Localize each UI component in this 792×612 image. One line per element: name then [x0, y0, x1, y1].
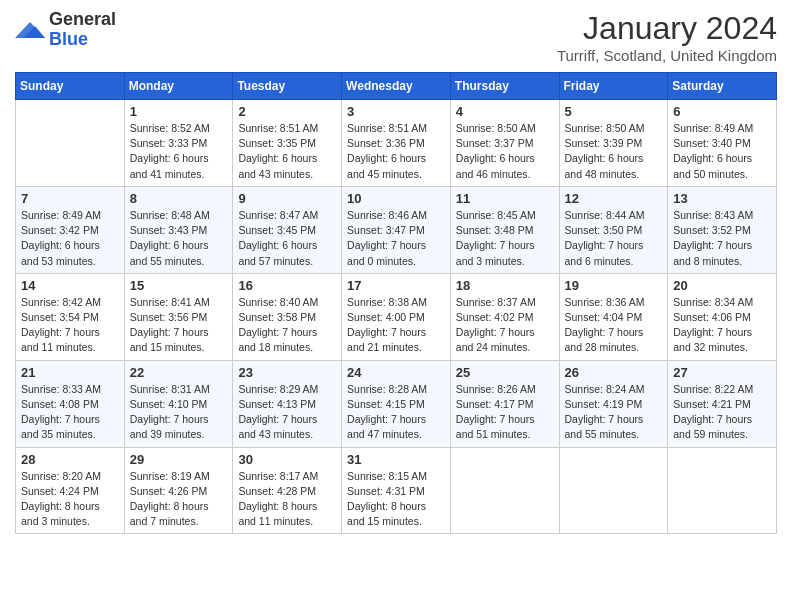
day-number: 29	[130, 452, 228, 467]
day-info: Sunrise: 8:43 AMSunset: 3:52 PMDaylight:…	[673, 208, 771, 269]
day-info: Sunrise: 8:50 AMSunset: 3:37 PMDaylight:…	[456, 121, 554, 182]
calendar-cell: 21Sunrise: 8:33 AMSunset: 4:08 PMDayligh…	[16, 360, 125, 447]
day-info: Sunrise: 8:34 AMSunset: 4:06 PMDaylight:…	[673, 295, 771, 356]
logo-general-text: General	[49, 9, 116, 29]
day-number: 5	[565, 104, 663, 119]
day-info: Sunrise: 8:38 AMSunset: 4:00 PMDaylight:…	[347, 295, 445, 356]
day-number: 21	[21, 365, 119, 380]
calendar-cell: 10Sunrise: 8:46 AMSunset: 3:47 PMDayligh…	[342, 186, 451, 273]
day-number: 26	[565, 365, 663, 380]
day-number: 4	[456, 104, 554, 119]
calendar-cell: 1Sunrise: 8:52 AMSunset: 3:33 PMDaylight…	[124, 100, 233, 187]
calendar-cell: 9Sunrise: 8:47 AMSunset: 3:45 PMDaylight…	[233, 186, 342, 273]
day-number: 10	[347, 191, 445, 206]
calendar-cell: 30Sunrise: 8:17 AMSunset: 4:28 PMDayligh…	[233, 447, 342, 534]
day-number: 9	[238, 191, 336, 206]
day-info: Sunrise: 8:47 AMSunset: 3:45 PMDaylight:…	[238, 208, 336, 269]
day-number: 24	[347, 365, 445, 380]
calendar-cell	[450, 447, 559, 534]
calendar-cell: 11Sunrise: 8:45 AMSunset: 3:48 PMDayligh…	[450, 186, 559, 273]
day-info: Sunrise: 8:31 AMSunset: 4:10 PMDaylight:…	[130, 382, 228, 443]
calendar-cell	[16, 100, 125, 187]
day-number: 19	[565, 278, 663, 293]
calendar-cell: 27Sunrise: 8:22 AMSunset: 4:21 PMDayligh…	[668, 360, 777, 447]
day-info: Sunrise: 8:48 AMSunset: 3:43 PMDaylight:…	[130, 208, 228, 269]
calendar-table: SundayMondayTuesdayWednesdayThursdayFrid…	[15, 72, 777, 534]
page-header: General Blue January 2024 Turriff, Scotl…	[15, 10, 777, 64]
day-info: Sunrise: 8:42 AMSunset: 3:54 PMDaylight:…	[21, 295, 119, 356]
day-info: Sunrise: 8:19 AMSunset: 4:26 PMDaylight:…	[130, 469, 228, 530]
logo: General Blue	[15, 10, 116, 50]
calendar-cell: 5Sunrise: 8:50 AMSunset: 3:39 PMDaylight…	[559, 100, 668, 187]
calendar-cell: 14Sunrise: 8:42 AMSunset: 3:54 PMDayligh…	[16, 273, 125, 360]
calendar-cell: 26Sunrise: 8:24 AMSunset: 4:19 PMDayligh…	[559, 360, 668, 447]
location-subtitle: Turriff, Scotland, United Kingdom	[557, 47, 777, 64]
day-info: Sunrise: 8:24 AMSunset: 4:19 PMDaylight:…	[565, 382, 663, 443]
day-info: Sunrise: 8:15 AMSunset: 4:31 PMDaylight:…	[347, 469, 445, 530]
calendar-cell: 18Sunrise: 8:37 AMSunset: 4:02 PMDayligh…	[450, 273, 559, 360]
calendar-cell: 29Sunrise: 8:19 AMSunset: 4:26 PMDayligh…	[124, 447, 233, 534]
day-number: 15	[130, 278, 228, 293]
calendar-cell: 19Sunrise: 8:36 AMSunset: 4:04 PMDayligh…	[559, 273, 668, 360]
calendar-week-3: 14Sunrise: 8:42 AMSunset: 3:54 PMDayligh…	[16, 273, 777, 360]
day-info: Sunrise: 8:44 AMSunset: 3:50 PMDaylight:…	[565, 208, 663, 269]
calendar-week-4: 21Sunrise: 8:33 AMSunset: 4:08 PMDayligh…	[16, 360, 777, 447]
calendar-week-5: 28Sunrise: 8:20 AMSunset: 4:24 PMDayligh…	[16, 447, 777, 534]
calendar-cell	[668, 447, 777, 534]
day-number: 11	[456, 191, 554, 206]
day-info: Sunrise: 8:45 AMSunset: 3:48 PMDaylight:…	[456, 208, 554, 269]
calendar-cell: 15Sunrise: 8:41 AMSunset: 3:56 PMDayligh…	[124, 273, 233, 360]
weekday-header-friday: Friday	[559, 73, 668, 100]
day-number: 2	[238, 104, 336, 119]
weekday-header-monday: Monday	[124, 73, 233, 100]
calendar-cell: 17Sunrise: 8:38 AMSunset: 4:00 PMDayligh…	[342, 273, 451, 360]
calendar-cell: 13Sunrise: 8:43 AMSunset: 3:52 PMDayligh…	[668, 186, 777, 273]
day-number: 31	[347, 452, 445, 467]
calendar-cell: 20Sunrise: 8:34 AMSunset: 4:06 PMDayligh…	[668, 273, 777, 360]
day-info: Sunrise: 8:51 AMSunset: 3:35 PMDaylight:…	[238, 121, 336, 182]
weekday-header-thursday: Thursday	[450, 73, 559, 100]
weekday-header-wednesday: Wednesday	[342, 73, 451, 100]
calendar-cell: 12Sunrise: 8:44 AMSunset: 3:50 PMDayligh…	[559, 186, 668, 273]
day-number: 20	[673, 278, 771, 293]
calendar-cell: 8Sunrise: 8:48 AMSunset: 3:43 PMDaylight…	[124, 186, 233, 273]
calendar-cell: 16Sunrise: 8:40 AMSunset: 3:58 PMDayligh…	[233, 273, 342, 360]
title-block: January 2024 Turriff, Scotland, United K…	[557, 10, 777, 64]
weekday-header-tuesday: Tuesday	[233, 73, 342, 100]
day-number: 27	[673, 365, 771, 380]
day-info: Sunrise: 8:49 AMSunset: 3:42 PMDaylight:…	[21, 208, 119, 269]
logo-icon	[15, 18, 45, 42]
day-number: 6	[673, 104, 771, 119]
calendar-body: 1Sunrise: 8:52 AMSunset: 3:33 PMDaylight…	[16, 100, 777, 534]
day-number: 25	[456, 365, 554, 380]
weekday-header-sunday: Sunday	[16, 73, 125, 100]
day-info: Sunrise: 8:41 AMSunset: 3:56 PMDaylight:…	[130, 295, 228, 356]
calendar-week-1: 1Sunrise: 8:52 AMSunset: 3:33 PMDaylight…	[16, 100, 777, 187]
day-info: Sunrise: 8:17 AMSunset: 4:28 PMDaylight:…	[238, 469, 336, 530]
calendar-cell: 6Sunrise: 8:49 AMSunset: 3:40 PMDaylight…	[668, 100, 777, 187]
calendar-cell: 22Sunrise: 8:31 AMSunset: 4:10 PMDayligh…	[124, 360, 233, 447]
day-info: Sunrise: 8:49 AMSunset: 3:40 PMDaylight:…	[673, 121, 771, 182]
day-number: 16	[238, 278, 336, 293]
calendar-cell	[559, 447, 668, 534]
day-info: Sunrise: 8:52 AMSunset: 3:33 PMDaylight:…	[130, 121, 228, 182]
calendar-cell: 4Sunrise: 8:50 AMSunset: 3:37 PMDaylight…	[450, 100, 559, 187]
calendar-cell: 25Sunrise: 8:26 AMSunset: 4:17 PMDayligh…	[450, 360, 559, 447]
day-info: Sunrise: 8:37 AMSunset: 4:02 PMDaylight:…	[456, 295, 554, 356]
calendar-cell: 3Sunrise: 8:51 AMSunset: 3:36 PMDaylight…	[342, 100, 451, 187]
day-number: 30	[238, 452, 336, 467]
calendar-cell: 28Sunrise: 8:20 AMSunset: 4:24 PMDayligh…	[16, 447, 125, 534]
logo-blue-text: Blue	[49, 29, 88, 49]
day-info: Sunrise: 8:51 AMSunset: 3:36 PMDaylight:…	[347, 121, 445, 182]
day-number: 12	[565, 191, 663, 206]
day-info: Sunrise: 8:40 AMSunset: 3:58 PMDaylight:…	[238, 295, 336, 356]
day-info: Sunrise: 8:22 AMSunset: 4:21 PMDaylight:…	[673, 382, 771, 443]
weekday-header-row: SundayMondayTuesdayWednesdayThursdayFrid…	[16, 73, 777, 100]
day-number: 17	[347, 278, 445, 293]
day-info: Sunrise: 8:20 AMSunset: 4:24 PMDaylight:…	[21, 469, 119, 530]
calendar-cell: 23Sunrise: 8:29 AMSunset: 4:13 PMDayligh…	[233, 360, 342, 447]
day-number: 14	[21, 278, 119, 293]
day-info: Sunrise: 8:46 AMSunset: 3:47 PMDaylight:…	[347, 208, 445, 269]
day-number: 1	[130, 104, 228, 119]
month-title: January 2024	[557, 10, 777, 47]
